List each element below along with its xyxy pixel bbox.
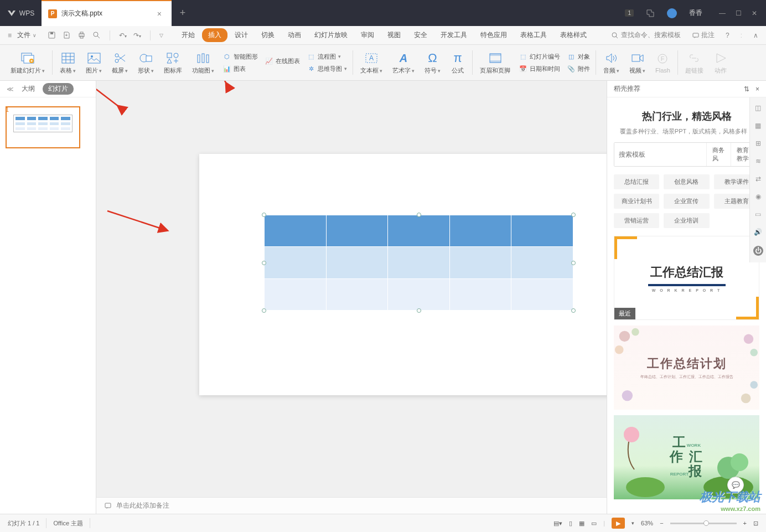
textbox-button[interactable]: A 文本框 <box>355 45 387 80</box>
qat-customize-icon[interactable]: ▽ <box>159 33 163 38</box>
template-gallery-icon[interactable]: ◫ <box>755 104 761 112</box>
close-tab-icon[interactable]: × <box>157 9 162 18</box>
reading-view-icon[interactable]: ▭ <box>591 520 597 527</box>
tab-table-tools[interactable]: 表格工具 <box>514 28 553 42</box>
content-placeholder[interactable] <box>355 363 607 503</box>
icon-library-button[interactable]: 图标库 <box>159 45 187 80</box>
animation-pane-icon[interactable]: ≋ <box>755 157 761 165</box>
slide-canvas[interactable]: 单击此处添加备注 <box>96 81 607 514</box>
tab-animation[interactable]: 动画 <box>282 28 307 42</box>
sound-icon[interactable]: 🔊 <box>754 228 762 236</box>
mindmap-button[interactable]: ✲思维导图▾ <box>307 64 347 73</box>
tab-insert[interactable]: 插入 <box>202 28 227 42</box>
template-tag[interactable]: 商业计划书 <box>614 194 659 209</box>
tab-devtools[interactable]: 开发工具 <box>434 28 473 42</box>
collapse-ribbon-icon[interactable]: ∧ <box>753 32 758 39</box>
power-icon[interactable]: ⏻ <box>753 246 763 256</box>
image-button[interactable]: 图片 <box>81 45 107 80</box>
svg-point-43 <box>744 334 754 344</box>
wps-home-tab[interactable]: WPS <box>0 0 42 26</box>
minimize-icon[interactable]: — <box>719 9 726 17</box>
object-button[interactable]: ◫对象 <box>567 52 590 61</box>
document-tab[interactable]: P 演示文稿.pptx × <box>42 0 172 26</box>
annotate-button[interactable]: 批注 <box>692 30 715 40</box>
transition-pane-icon[interactable]: ⇄ <box>755 175 761 183</box>
template-tag[interactable]: 营销运营 <box>614 213 659 228</box>
notification-badge[interactable]: 1 <box>625 9 634 17</box>
slide-number-button[interactable]: ⬚幻灯片编号 <box>519 52 560 61</box>
tab-review[interactable]: 审阅 <box>355 28 380 42</box>
template-search-input[interactable] <box>614 143 706 166</box>
datetime-button[interactable]: 📅日期和时间 <box>519 64 560 73</box>
output-icon[interactable] <box>63 31 71 39</box>
video-button[interactable]: 视频 <box>624 45 650 80</box>
flowchart-button[interactable]: ⬚流程图▾ <box>307 52 347 61</box>
slideshow-button[interactable]: ▶ <box>612 518 625 529</box>
zoom-out-icon[interactable]: − <box>660 520 663 526</box>
slides-view-toggle[interactable]: 幻灯片 <box>43 83 74 95</box>
online-chart-button[interactable]: 📈在线图表 <box>265 56 300 65</box>
zoom-slider[interactable] <box>670 523 737 524</box>
tab-security[interactable]: 安全 <box>408 28 433 42</box>
color-icon[interactable]: ◉ <box>755 193 761 200</box>
notes-toggle-icon[interactable]: ▤▾ <box>553 520 562 527</box>
panel-close-icon[interactable]: × <box>755 85 759 93</box>
help-icon[interactable]: ? <box>726 32 729 39</box>
zoom-level[interactable]: 63% <box>641 520 653 526</box>
sorter-view-icon[interactable]: ▦ <box>579 520 584 527</box>
slide-thumbnail[interactable] <box>6 106 80 148</box>
save-icon[interactable] <box>48 31 56 39</box>
wordart-button[interactable]: A 艺术字 <box>387 45 420 80</box>
user-avatar[interactable] <box>667 8 677 18</box>
screenshot-button[interactable]: 截屏 <box>107 45 133 80</box>
header-footer-button[interactable]: 页眉和页脚 <box>475 45 515 80</box>
tab-slideshow[interactable]: 幻灯片放映 <box>308 28 354 42</box>
zoom-in-icon[interactable]: + <box>743 520 747 526</box>
add-tab-button[interactable]: + <box>172 0 194 26</box>
theme-icon[interactable] <box>646 9 655 18</box>
slideshow-dropdown[interactable]: ▾ <box>632 520 634 526</box>
tab-transition[interactable]: 切换 <box>255 28 281 42</box>
normal-view-icon[interactable]: ▯ <box>569 520 572 527</box>
close-window-icon[interactable]: ✕ <box>752 9 757 17</box>
inserted-table[interactable] <box>264 215 573 311</box>
object-properties-icon[interactable]: ▦ <box>755 122 761 130</box>
functional-image-button[interactable]: 功能图 <box>187 45 219 80</box>
chart-button[interactable]: 📊图表 <box>222 64 258 73</box>
template-tag[interactable]: 企业宣传 <box>664 194 709 209</box>
redo-icon[interactable]: ↷▾ <box>133 32 141 39</box>
hamburger-icon[interactable]: ≡ <box>8 32 12 39</box>
attachment-button[interactable]: 📎附件 <box>567 64 590 73</box>
shape-button[interactable]: 形状 <box>133 45 159 80</box>
tab-start[interactable]: 开始 <box>175 28 201 42</box>
template-tag[interactable]: 企业培训 <box>664 213 709 228</box>
fit-to-window-icon[interactable]: ⊡ <box>753 520 758 527</box>
tab-featured[interactable]: 特色应用 <box>474 28 513 42</box>
search-category-business[interactable]: 商务风 <box>706 143 731 166</box>
print-icon[interactable] <box>77 31 86 39</box>
command-search[interactable]: 查找命令、搜索模板 <box>611 30 681 40</box>
print-preview-icon[interactable] <box>92 31 101 39</box>
undo-icon[interactable]: ↶▾ <box>119 32 127 39</box>
smartart-button[interactable]: ⬡智能图形 <box>222 52 258 61</box>
panel-settings-icon[interactable]: ⇅ <box>744 85 749 93</box>
tab-view[interactable]: 视图 <box>381 28 407 42</box>
maximize-icon[interactable]: ☐ <box>736 9 742 17</box>
formula-button[interactable]: π 公式 <box>446 45 470 80</box>
collapse-panel-icon[interactable]: ≪ <box>7 85 14 93</box>
symbol-button[interactable]: Ω 符号 <box>420 45 446 80</box>
table-button[interactable]: 表格 <box>55 45 81 80</box>
template-tag[interactable]: 创意风格 <box>664 174 709 189</box>
tab-design[interactable]: 设计 <box>229 28 254 42</box>
template-tag[interactable]: 总结汇报 <box>614 174 659 189</box>
template-card-1[interactable]: 工作总结汇报 W O R K R E P O R T 最近 <box>614 236 759 320</box>
layout-icon[interactable]: ⊞ <box>755 140 761 147</box>
tab-table-style[interactable]: 表格样式 <box>554 28 593 42</box>
audio-button[interactable]: 音频 <box>598 45 624 80</box>
outline-view-toggle[interactable]: 大纲 <box>22 84 35 94</box>
file-menu[interactable]: 文件 ∨ <box>14 30 40 40</box>
notes-area[interactable]: 单击此处添加备注 <box>96 497 607 514</box>
new-slide-button[interactable]: 新建幻灯片 <box>6 45 50 80</box>
template-card-2[interactable]: 工作总结计划 年终总结、工作计划、工作汇报、工作总结、工作报告 <box>614 326 759 410</box>
media-icon[interactable]: ▭ <box>755 210 761 218</box>
